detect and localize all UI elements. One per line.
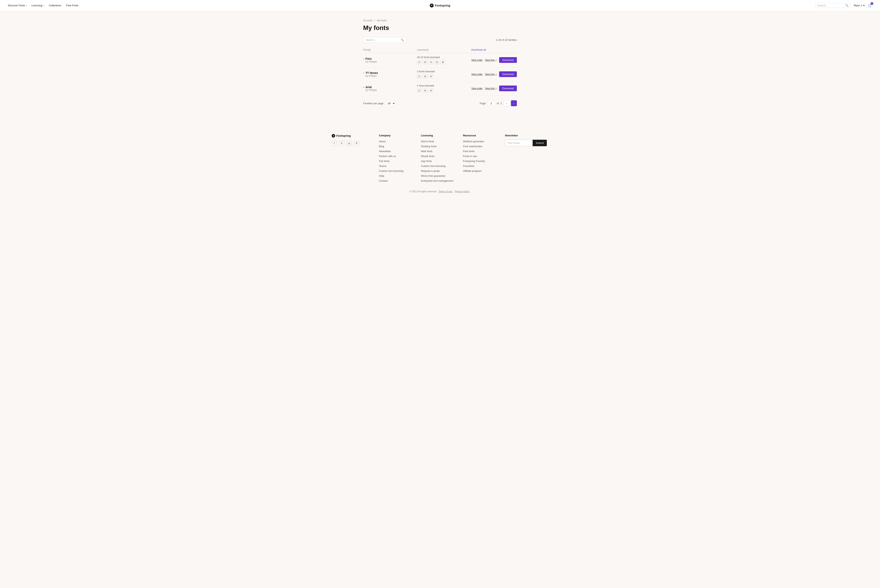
per-page-select[interactable]: 10 25 50: [385, 101, 396, 106]
company-link[interactable]: Teams: [379, 165, 387, 168]
licensing-link[interactable]: Desktop fonts: [421, 145, 437, 148]
newsletter-form: Submit: [505, 140, 549, 146]
of-label: of: [497, 102, 499, 105]
breadcrumb: Account / My fonts: [363, 19, 517, 22]
newsletter-submit-button[interactable]: Submit: [532, 140, 547, 146]
external-link-icon: ↗: [495, 59, 497, 61]
terms-link[interactable]: Terms of use.: [439, 190, 453, 193]
expand-icon[interactable]: ▾: [363, 72, 364, 75]
company-link[interactable]: Partner with us: [379, 154, 396, 158]
download-all-link[interactable]: Download all: [471, 48, 486, 51]
list-item: Teams: [379, 164, 413, 168]
download-button[interactable]: Download: [499, 57, 517, 63]
view-order-button[interactable]: View order: [471, 87, 483, 90]
view-order-button[interactable]: View order: [471, 59, 483, 62]
licensing-link[interactable]: Enterprise font management: [421, 179, 453, 182]
company-link[interactable]: Fair fonts: [379, 160, 390, 163]
fonts-search-input[interactable]: [366, 38, 400, 41]
navbar: Discover Fonts ▾ Licensing ▾ Collections…: [0, 0, 880, 11]
breadcrumb-account[interactable]: Account: [363, 19, 372, 22]
company-link[interactable]: About: [379, 140, 385, 143]
expand-icon[interactable]: ▾: [363, 86, 364, 88]
view-font-button[interactable]: View font ↗: [485, 87, 497, 90]
web-license-icon: ⊕: [429, 74, 433, 78]
social-twitter[interactable]: 𝕏: [339, 141, 344, 146]
desktop-license-icon: ⊡: [417, 74, 421, 78]
expand-icon[interactable]: ▾: [363, 58, 364, 60]
licensing-link[interactable]: Ebook fonts: [421, 154, 435, 158]
list-item: Fontspring Foundry: [463, 159, 497, 163]
licensing-link[interactable]: Custom font licensing: [421, 165, 445, 168]
company-heading: Company: [379, 134, 413, 137]
nav-logo[interactable]: ✦ Fontspring: [430, 3, 450, 8]
prev-page-button[interactable]: ‹: [504, 100, 509, 106]
footer-logo[interactable]: ✦ Fontspring: [331, 134, 371, 138]
licensing-heading: Licensing: [421, 134, 455, 137]
resources-link[interactable]: Free fonts: [463, 150, 475, 153]
footer-inner: ✦ Fontspring f 𝕏 ◎ P Company AboutBlogNe…: [331, 134, 549, 182]
page-number-input[interactable]: [487, 101, 495, 106]
list-item: Desktop fonts: [421, 145, 455, 148]
licensing-link[interactable]: Worry-free guarantee: [421, 174, 445, 177]
newsletter-email-input[interactable]: [505, 140, 532, 146]
ebook-license-icon: ⊠: [441, 60, 445, 64]
nav-licensing[interactable]: Licensing ▾: [31, 4, 44, 7]
list-item: Ebook fonts: [421, 154, 455, 158]
licensing-link[interactable]: Request a quote: [421, 170, 439, 172]
app-license-icon: ⊞: [423, 88, 427, 93]
social-facebook[interactable]: f: [331, 141, 337, 146]
list-item: Free fonts: [463, 150, 497, 153]
social-pinterest[interactable]: P: [354, 141, 359, 146]
resources-link[interactable]: Fonts in use: [463, 154, 477, 158]
view-font-button[interactable]: View font ↗: [485, 73, 497, 76]
nav-collections[interactable]: Collections: [49, 4, 61, 7]
company-link[interactable]: Contact: [379, 179, 388, 182]
company-link[interactable]: Blog: [379, 145, 384, 148]
font-actions-cell: View order View font ↗ Download: [471, 81, 517, 96]
fonts-search-bar[interactable]: 🔍: [363, 37, 406, 43]
cart-button[interactable]: 🛒 0: [868, 3, 872, 8]
nav-discover-fonts[interactable]: Discover Fonts ▾: [8, 4, 27, 7]
view-font-button[interactable]: View font ↗: [485, 59, 497, 62]
next-page-button[interactable]: ›: [511, 100, 517, 106]
footer-bottom: © 2022 All rights reserved. Terms of use…: [331, 190, 549, 193]
list-item: Webfont generator: [463, 140, 497, 143]
col-family: Family: [363, 47, 417, 53]
social-instagram[interactable]: ◎: [346, 141, 352, 146]
download-button[interactable]: Download: [499, 86, 517, 91]
fonts-table: Family License(s) Download all ▾ Foro by…: [363, 47, 517, 96]
font-foundry: by Hoftype: [366, 88, 377, 92]
font-foundry: by Hoftype: [366, 75, 378, 77]
search-icon: 🔍: [846, 4, 849, 7]
nav-search-bar[interactable]: 🔍: [815, 3, 851, 8]
download-button[interactable]: Download: [499, 71, 517, 77]
resources-link[interactable]: Affiliate program: [463, 170, 481, 172]
font-family-cell: ▾ Arial by Hoftype: [363, 81, 417, 96]
footer: ✦ Fontspring f 𝕏 ◎ P Company AboutBlogNe…: [0, 122, 880, 201]
table-row: ▾ Arial by Hoftype 1 fons licensed ⊡ ⊞ ⊕: [363, 81, 517, 96]
main-content: Account / My fonts My fonts 🔍 1-10 of 18…: [359, 11, 521, 122]
licensing-link[interactable]: Web fonts: [421, 150, 432, 153]
list-item: Demo fonts: [421, 140, 455, 143]
external-link-icon: ↗: [495, 87, 497, 90]
view-order-button[interactable]: View order: [471, 73, 483, 76]
company-links: AboutBlogNewsletterPartner with usFair f…: [379, 140, 413, 182]
resources-link[interactable]: Font matcherator: [463, 145, 483, 148]
social-icons: f 𝕏 ◎ P: [331, 141, 371, 146]
nav-right: 🔍 Ryan J. ▾ 🛒 0: [815, 3, 872, 8]
company-link[interactable]: Custom font licensing: [379, 170, 403, 172]
company-link[interactable]: Newsletter: [379, 150, 391, 153]
nav-free-fonts[interactable]: Free Fonts: [66, 4, 78, 7]
nav-search-input[interactable]: [817, 4, 844, 7]
user-menu[interactable]: Ryan J. ▾: [854, 4, 865, 7]
font-foundry: by Hoftype: [366, 60, 377, 63]
licensing-link[interactable]: App fonts: [421, 160, 432, 163]
resources-link[interactable]: Webfont generator: [463, 140, 484, 143]
company-link[interactable]: Help: [379, 174, 384, 177]
license-text: 3 fonts licensed: [417, 70, 471, 73]
col-license: License(s): [417, 47, 471, 53]
resources-link[interactable]: Foundries: [463, 165, 474, 168]
resources-link[interactable]: Fontspring Foundry: [463, 160, 485, 163]
licensing-link[interactable]: Demo fonts: [421, 140, 434, 143]
privacy-link[interactable]: Privacy policy.: [455, 190, 470, 193]
